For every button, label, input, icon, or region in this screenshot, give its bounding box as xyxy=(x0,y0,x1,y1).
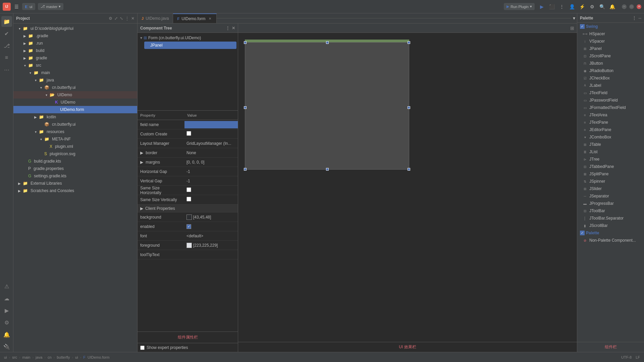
palette-non-palette[interactable]: ⊘ Non-Palette Component... xyxy=(577,237,644,244)
handle-top-center[interactable] xyxy=(326,41,329,44)
breadcrumb-butterfly[interactable]: butterfly xyxy=(57,355,70,359)
sidebar-commit-icon[interactable]: ✔ xyxy=(1,28,12,39)
recent-files-icon[interactable]: ▾ xyxy=(571,13,577,23)
collapse-all-icon[interactable]: ⤡ xyxy=(120,16,123,21)
palette-jpanel[interactable]: ⊞ JPanel xyxy=(577,45,644,52)
tree-item[interactable]: KUIDemo xyxy=(13,99,137,106)
sidebar-project-icon[interactable]: 📁 xyxy=(1,16,12,27)
palette-vspacer[interactable]: ↕ VSpacer xyxy=(577,38,644,45)
project-switcher[interactable]: ◧ ui xyxy=(22,3,35,10)
palette-jeditorpane[interactable]: ≡ JEditorPane xyxy=(577,126,644,133)
tree-item[interactable]: SpluginIcon.svg xyxy=(13,150,137,158)
sidebar-run-icon[interactable]: ▶ xyxy=(1,305,12,316)
prop-section-client-properties[interactable]: ▶ Client Properties xyxy=(138,204,238,213)
tree-item[interactable]: ▾📁ui D:\code\blog\plugin\ui xyxy=(13,25,137,32)
tree-item[interactable]: ▶📁kotlin xyxy=(13,113,137,121)
sidebar-vcs-icon[interactable]: ⎇ xyxy=(1,40,12,51)
sidebar-problems-icon[interactable]: ⚠ xyxy=(1,281,12,292)
palette-jlist[interactable]: ≣ JList xyxy=(577,148,644,156)
palette-jtextfield[interactable]: ▭ JTextField xyxy=(577,89,644,97)
tree-item[interactable]: Gsettings.gradle.kts xyxy=(13,172,137,180)
sidebar-plugins-icon[interactable]: 🔌 xyxy=(1,341,12,352)
tree-item[interactable]: Gbuild.gradle.kts xyxy=(13,158,137,165)
handle-top-right[interactable] xyxy=(408,41,410,44)
tree-item[interactable]: ▾📁META-INF xyxy=(13,135,137,143)
tree-expand-icon[interactable]: ▾ xyxy=(39,85,43,89)
component-tree-jpanel[interactable]: ⊞ JPanel xyxy=(144,42,236,49)
branch-switcher[interactable]: ⎇ master ▾ xyxy=(38,3,64,10)
palette-section-palette[interactable]: ✓ Palette xyxy=(577,229,644,237)
tab-uidemo-java[interactable]: J UIDemo.java xyxy=(138,13,173,23)
palette-jseparator[interactable]: ─ JSeparator xyxy=(577,192,644,200)
tab-close-icon[interactable]: ✕ xyxy=(208,16,212,21)
palette-jspinner[interactable]: ⇅ JSpinner xyxy=(577,178,644,185)
handle-bottom-right[interactable] xyxy=(408,168,410,171)
search-icon[interactable]: 🔍 xyxy=(599,4,605,10)
same-size-h-checkbox[interactable] xyxy=(186,187,191,192)
border-expand-icon[interactable]: ▶ xyxy=(140,150,143,155)
tree-item[interactable]: ▾📦cn.butterfly.ui xyxy=(13,84,137,91)
tree-expand-icon[interactable]: ▾ xyxy=(34,130,38,134)
palette-hspacer[interactable]: ⟷ HSpacer xyxy=(577,30,644,38)
tree-item[interactable]: ▾📁resources xyxy=(13,128,137,135)
show-expert-row[interactable]: Show expert properties xyxy=(138,343,238,352)
tree-item[interactable]: FUIDemo.form xyxy=(13,106,137,113)
breadcrumb-ui[interactable]: ui xyxy=(4,355,7,359)
enabled-checkbox[interactable]: ✓ xyxy=(186,224,191,229)
settings-icon[interactable]: ⚙ xyxy=(589,4,595,10)
breadcrumb-cn[interactable]: cn xyxy=(48,355,52,359)
tree-item[interactable]: ▾📁src xyxy=(13,62,137,69)
expand-all-icon[interactable]: ⤢ xyxy=(114,16,118,21)
maximize-button[interactable]: □ xyxy=(629,4,634,9)
palette-jtable[interactable]: ⊞ JTable xyxy=(577,141,644,148)
palette-jslider[interactable]: ⊞ JSlider xyxy=(577,185,644,192)
tree-item[interactable]: ▶📁.run xyxy=(13,40,137,47)
tree-expand-icon[interactable]: ▶ xyxy=(17,189,21,193)
tree-item[interactable]: ▶📁.gradle xyxy=(13,32,137,40)
tree-item[interactable]: ▾📂UIDemo xyxy=(13,91,137,99)
tree-item[interactable]: ▾📁java xyxy=(13,76,137,84)
palette-jtextarea[interactable]: ≡ JTextArea xyxy=(577,111,644,119)
palette-jtoolbar-separator[interactable]: │ JToolBar.Separator xyxy=(577,215,644,222)
same-size-v-checkbox[interactable] xyxy=(186,197,191,201)
notifications-icon[interactable]: 🔔 xyxy=(609,4,615,10)
custom-create-checkbox[interactable] xyxy=(186,131,191,136)
tree-expand-icon[interactable]: ▶ xyxy=(23,49,27,53)
tree-expand-icon[interactable]: ▶ xyxy=(23,56,27,60)
canvas-fit-icon[interactable]: ⊞ xyxy=(570,25,574,31)
tree-item[interactable]: ▶📁External Libraries xyxy=(13,180,137,187)
tree-expand-icon[interactable]: ▾ xyxy=(44,93,48,97)
status-encoding[interactable]: UTF-8 xyxy=(621,355,632,359)
tree-expand-icon[interactable]: ▶ xyxy=(23,41,27,45)
handle-bottom-center[interactable] xyxy=(326,168,329,171)
palette-jcheckbox[interactable]: ☑ JCheckBox xyxy=(577,74,644,82)
people-icon[interactable]: 👤 xyxy=(569,4,575,10)
handle-bottom-left[interactable] xyxy=(244,168,247,171)
breadcrumb-form[interactable]: UIDemo.form xyxy=(88,355,109,359)
stop-icon[interactable]: ⬛ xyxy=(549,4,555,10)
palette-jlabel[interactable]: Ａ JLabel xyxy=(577,82,644,89)
palette-jtabbedpane[interactable]: ⊟ JTabbedPane xyxy=(577,163,644,170)
tree-item[interactable]: ▶📁Scratches and Consoles xyxy=(13,187,137,194)
palette-jradiobutton[interactable]: ◉ JRadioButton xyxy=(577,67,644,74)
tree-expand-icon[interactable]: ▾ xyxy=(23,63,27,67)
palette-jcombobox[interactable]: ▾ JComboBox xyxy=(577,133,644,141)
tree-expand-icon[interactable]: ▶ xyxy=(34,115,38,119)
palette-section-swing[interactable]: ✓ Swing xyxy=(577,23,644,30)
handle-middle-left[interactable] xyxy=(244,106,247,109)
breadcrumb-java[interactable]: java xyxy=(36,355,42,359)
run-plugin-button[interactable]: ▶ Run Plugin ▾ xyxy=(504,3,535,10)
gear-icon[interactable]: ⚙ xyxy=(109,16,112,21)
tree-item[interactable]: ▾📁main xyxy=(13,69,137,76)
close-button[interactable]: ✕ xyxy=(637,4,641,9)
breadcrumb-main[interactable]: main xyxy=(22,355,31,359)
field-name-input[interactable] xyxy=(184,121,238,128)
tree-item[interactable]: ▶📁build xyxy=(13,47,137,54)
hamburger-icon[interactable]: ☰ xyxy=(13,4,19,10)
palette-jscrollbar[interactable]: ▮ JScrollBar xyxy=(577,222,644,229)
sidebar-settings-icon[interactable]: ⚙ xyxy=(1,317,12,328)
sidebar-notification-icon[interactable]: 🔔 xyxy=(1,329,12,340)
component-tree-close-icon[interactable]: ✕ xyxy=(232,26,235,31)
minimize-button[interactable]: ─ xyxy=(622,4,627,9)
show-expert-checkbox[interactable] xyxy=(140,346,145,350)
